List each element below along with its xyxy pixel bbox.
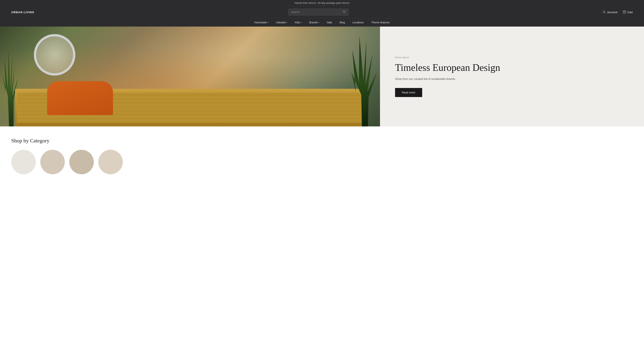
nav-theme-features[interactable]: Theme features <box>371 21 390 24</box>
svg-point-0 <box>343 11 345 13</box>
cart-icon <box>623 10 626 14</box>
announcement-text: Hassle-free returns. 30-day postage paid… <box>294 2 350 4</box>
chevron-down-icon: ▾ <box>301 22 302 24</box>
account-button[interactable]: Account <box>602 10 617 14</box>
category-item[interactable] <box>69 150 94 174</box>
nav-lifestyle[interactable]: Lifestyle ▾ <box>276 21 287 24</box>
announcement-bar: Hassle-free returns. 30-day postage paid… <box>0 0 644 6</box>
account-label: Account <box>607 11 617 14</box>
nav-kids[interactable]: Kids ▾ <box>295 21 302 24</box>
svg-line-1 <box>345 12 345 13</box>
nav-locations-label: Locations <box>352 21 364 24</box>
category-item[interactable] <box>11 150 36 174</box>
category-row <box>11 150 633 174</box>
nav-blog-label: Blog <box>340 21 345 24</box>
header-actions: Account Cart <box>602 10 633 14</box>
decorative-sofa <box>47 81 113 115</box>
nav-sale[interactable]: Sale <box>327 21 332 24</box>
shop-by-category-section: Shop by Category <box>0 126 644 182</box>
hero-tag: home decor <box>395 56 629 59</box>
nav-homestyle[interactable]: Homestyle ▾ <box>254 21 268 24</box>
header: URBAN LIVING Account Cart <box>0 6 644 18</box>
search-icon <box>343 10 346 13</box>
category-item[interactable] <box>98 150 123 174</box>
account-icon <box>602 10 606 14</box>
hero-image <box>0 27 380 126</box>
category-item[interactable] <box>40 150 65 174</box>
nav-brands-label: Brands <box>309 21 318 24</box>
nav-homestyle-label: Homestyle <box>254 21 267 24</box>
shop-by-category-title: Shop by Category <box>11 138 633 144</box>
site-logo[interactable]: URBAN LIVING <box>11 11 34 14</box>
search-input[interactable] <box>291 11 343 14</box>
nav-locations[interactable]: Locations <box>352 21 364 24</box>
search-box[interactable] <box>288 9 348 16</box>
cart-label: Cart <box>628 11 633 14</box>
chevron-down-icon: ▾ <box>286 22 287 24</box>
nav-theme-features-label: Theme features <box>371 21 390 24</box>
nav-blog[interactable]: Blog <box>340 21 345 24</box>
cart-button[interactable]: Cart <box>623 10 633 14</box>
hero-image-inner <box>0 27 380 126</box>
nav-lifestyle-label: Lifestyle <box>276 21 286 24</box>
hero-section: home decor Timeless European Design Shop… <box>0 27 644 126</box>
hero-cta-button[interactable]: Read more <box>395 88 422 97</box>
main-nav: Homestyle ▾ Lifestyle ▾ Kids ▾ Brands ▾ … <box>0 18 644 27</box>
hero-content: home decor Timeless European Design Shop… <box>380 27 644 126</box>
nav-sale-label: Sale <box>327 21 332 24</box>
nav-kids-label: Kids <box>295 21 300 24</box>
hero-subtitle: Shop from our curated list of sustainabl… <box>395 77 629 81</box>
hero-title: Timeless European Design <box>395 62 629 73</box>
svg-point-2 <box>604 11 605 12</box>
search-container <box>288 9 348 16</box>
decorative-mirror <box>34 34 75 76</box>
chevron-down-icon: ▾ <box>318 22 319 24</box>
nav-brands[interactable]: Brands ▾ <box>309 21 319 24</box>
chevron-down-icon: ▾ <box>268 22 268 24</box>
search-button[interactable] <box>343 10 346 14</box>
